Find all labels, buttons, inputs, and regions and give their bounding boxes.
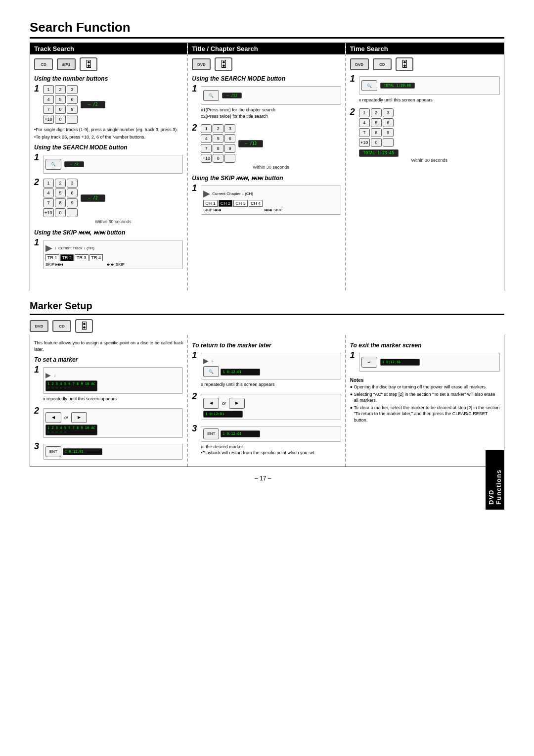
keypad-ch: 123 456 789 +100 bbox=[201, 124, 235, 163]
dvd-icon-ch: DVD bbox=[192, 58, 211, 70]
marker-step-1: 1 ▶ ↓ 1 2 3 4 5 6 7 8 9 10 AC— — — — — x… bbox=[34, 365, 183, 404]
track-number-display: — /2 bbox=[81, 101, 105, 108]
chapter-search-header: Title / Chapter Search bbox=[188, 43, 345, 54]
ch-search-note: x1(Press once) for the chapter searchx2(… bbox=[201, 107, 341, 119]
marker-step-3: 3 ENT 1 0:12:01 bbox=[34, 442, 183, 462]
marker-set-note-1: x repeatedly until this screen appears bbox=[43, 396, 183, 402]
search-function-title: Search Function bbox=[30, 20, 504, 39]
time-display-2: TOTAL 1:23:45 bbox=[359, 149, 399, 157]
search-mode-remote-1: 🔍 bbox=[45, 159, 61, 170]
number-buttons-title: Using the number buttons bbox=[34, 75, 183, 82]
track-search-column: Track Search CD MP3 🎛 Using the number b… bbox=[30, 43, 188, 290]
search-mode-title-track: Using the SEARCH MODE button bbox=[34, 144, 183, 151]
search-section-grid: Track Search CD MP3 🎛 Using the number b… bbox=[30, 43, 504, 290]
step-1-track-skip: 1 ▶ ↓ Current Track ↓ (TR) TR 1 TR 2 TR … bbox=[34, 238, 183, 271]
notes-title: Notes bbox=[350, 378, 500, 383]
note-3: ● To clear a marker, select the marker t… bbox=[350, 405, 500, 424]
marker-set-display-2: 1 2 3 4 5 6 7 8 9 10 AC— — — — — bbox=[45, 425, 97, 435]
note-2: ● Selecting "AC" at step [2] in the sect… bbox=[350, 391, 500, 404]
set-marker-column: This feature allows you to assign a spec… bbox=[30, 335, 188, 467]
step-2-ch-search: 2 123 456 789 +100 — /12 Within 30 secon… bbox=[192, 123, 341, 171]
dvd-icon-time: DVD bbox=[350, 58, 369, 70]
keypad-time: 123 456 789 +100 bbox=[359, 108, 394, 147]
time-icons-row: DVD CD 🎛 bbox=[350, 57, 500, 71]
keypad-2: 123 456 789 +100 bbox=[43, 179, 78, 217]
return-step-3: 3 ENT 1 0:12:01 at the desired marker•Pl… bbox=[192, 424, 341, 458]
return-note-3: at the desired marker•Playback will rest… bbox=[201, 444, 341, 456]
marker-set-display-1: 1 2 3 4 5 6 7 8 9 10 AC— — — — — bbox=[45, 380, 97, 391]
step-1-time: 1 🔍 TOTAL 1:29:00 x repeatedly until thi… bbox=[350, 74, 500, 105]
step-2-time: 2 123 456 789 +100 TOTAL 1:23:45 Within … bbox=[350, 107, 500, 164]
return-step-2: 2 ◀ or ▶ 1 0:12:01 bbox=[192, 392, 341, 422]
ch-search-display: — /12 bbox=[238, 140, 263, 147]
return-step-1: 1 ▶ ↓ 🔍 1 0:12:01 x repeatedly until thi… bbox=[192, 351, 341, 390]
remote-icon-time: 🎛 bbox=[396, 57, 413, 71]
remote-icon-marker: 🎛 bbox=[75, 319, 93, 333]
page-footer: – 17 – EN bbox=[30, 475, 504, 482]
marker-step-2: 2 ◀ or ▶ 1 2 3 4 5 6 7 8 9 10 AC— — — — … bbox=[34, 406, 183, 440]
exit-marker-title: To exit the marker screen bbox=[350, 342, 500, 349]
step-1-ch-search: 1 🔍 — /12 x1(Press once) for the chapter… bbox=[192, 84, 341, 121]
return-marker-title: To return to the marker later bbox=[192, 342, 341, 349]
cd-icon-time: CD bbox=[373, 58, 392, 70]
step-1-ch-skip: 1 ▶ Current Chapter ↓ (CH) CH 1 CH 2 CH … bbox=[192, 184, 341, 217]
marker-grid: This feature allows you to assign a spec… bbox=[30, 335, 504, 467]
search-mode-title-ch: Using the SEARCH MODE button bbox=[192, 75, 341, 82]
marker-notes: Notes ● Opening the disc tray or turning… bbox=[350, 378, 500, 424]
dvd-functions-tab: DVD Functions bbox=[486, 450, 504, 510]
chapter-icons-row: DVD 🎛 bbox=[192, 57, 341, 71]
return-display-1: 1 0:12:01 bbox=[221, 369, 260, 376]
search-mode-remote-time: 🔍 bbox=[361, 80, 377, 91]
marker-set-display-3: 1 0:12:01 bbox=[63, 448, 102, 455]
marker-icons-row: DVD CD 🎛 bbox=[30, 319, 504, 333]
track-note-2: •To play track 26, press +10, 2, 6 of th… bbox=[34, 134, 183, 141]
exit-step-1: 1 ↩ 1 0:12:01 bbox=[350, 351, 500, 374]
note-1: ● Opening the disc tray or turning off t… bbox=[350, 384, 500, 390]
track-search-display-2: — /2 bbox=[81, 194, 105, 202]
return-display-3: 1 0:12:01 bbox=[221, 430, 260, 437]
return-display-2: 1 0:12:01 bbox=[203, 411, 243, 418]
remote-icon-ch: 🎛 bbox=[215, 57, 232, 71]
step-1-track-number: 1 123 456 789 +100 — /2 bbox=[34, 84, 183, 125]
keypad-1: 123 456 789 +100 bbox=[43, 85, 78, 124]
return-marker-column: To return to the marker later 1 ▶ ↓ 🔍 1 … bbox=[188, 335, 346, 467]
exit-display-1: 1 0:12:01 bbox=[380, 359, 420, 366]
dvd-icon-marker: DVD bbox=[30, 320, 48, 332]
cd-icon-marker: CD bbox=[52, 320, 71, 332]
marker-intro: This feature allows you to assign a spec… bbox=[34, 340, 183, 352]
marker-setup-title: Marker Setup bbox=[30, 300, 504, 315]
search-mode-remote-ch: 🔍 bbox=[203, 90, 219, 101]
return-note-1: x repeatedly until this screen appears bbox=[201, 381, 341, 388]
set-marker-title: To set a marker bbox=[34, 356, 183, 363]
skip-title-track: Using the SKIP ⏮⏮, ⏭⏭ button bbox=[34, 229, 183, 236]
chapter-search-column: Title / Chapter Search DVD 🎛 Using the S… bbox=[188, 43, 346, 290]
exit-marker-column: To exit the marker screen 1 ↩ 1 0:12:01 … bbox=[346, 335, 504, 467]
page-number: – 17 – bbox=[255, 475, 271, 482]
step-2-track-search: 2 123 456 789 +100 — /2 Within 30 second… bbox=[34, 178, 183, 225]
step-1-track-search: 1 🔍 — /2 bbox=[34, 153, 183, 176]
time-search-column: Time Search DVD CD 🎛 1 🔍 TOTAL 1:29:00 x bbox=[346, 43, 504, 290]
cd-icon: CD bbox=[34, 58, 53, 70]
track-note-1: •For single digit tracks (1-9), press a … bbox=[34, 127, 183, 133]
time-note-1: x repeatedly until this screen appears bbox=[359, 97, 500, 103]
mp3-icon: MP3 bbox=[57, 58, 76, 70]
skip-title-ch: Using the SKIP ⏮⏮, ⏭⏭ button bbox=[192, 175, 341, 182]
track-search-header: Track Search bbox=[30, 43, 187, 54]
track-icons-row: CD MP3 🎛 bbox=[34, 57, 183, 71]
time-search-header: Time Search bbox=[346, 43, 504, 54]
remote-icon-track: 🎛 bbox=[80, 57, 97, 71]
